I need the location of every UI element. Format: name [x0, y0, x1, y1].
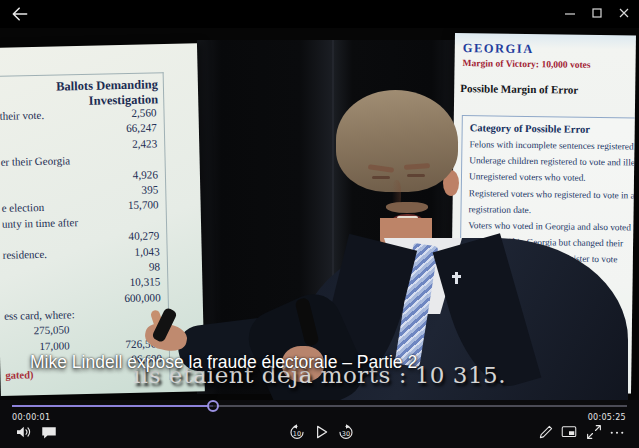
- fullscreen-arrows-icon: [585, 423, 603, 441]
- speaker-icon: [14, 423, 32, 441]
- replay-seconds-label: 10: [288, 430, 306, 438]
- subtitles-button[interactable]: [40, 423, 58, 441]
- pencil-icon: [537, 423, 555, 441]
- picture-in-picture-button[interactable]: [560, 423, 578, 441]
- pip-icon: [560, 423, 578, 441]
- ellipsis-icon: [608, 423, 626, 441]
- forward-seconds-label: 30: [337, 430, 355, 438]
- more-options-button[interactable]: [608, 423, 626, 441]
- fullscreen-button[interactable]: [585, 423, 603, 441]
- presenter-mike-lindell: [0, 28, 639, 400]
- volume-button[interactable]: [14, 423, 32, 441]
- video-player-window: Ballots Demanding Investigation their vo…: [0, 0, 639, 448]
- video-title-overlay: Mike Lindell expose la fraude électorale…: [30, 352, 417, 373]
- minimize-button[interactable]: [561, 4, 579, 22]
- play-button[interactable]: [312, 423, 330, 441]
- forward-30-button[interactable]: 30: [337, 423, 355, 441]
- progress-played[interactable]: [12, 405, 213, 407]
- edit-button[interactable]: [537, 423, 555, 441]
- close-button[interactable]: [615, 4, 633, 22]
- presenter-cross-lapel-pin: [455, 272, 458, 284]
- progress-handle[interactable]: [207, 400, 219, 412]
- minimize-icon: [564, 7, 576, 19]
- current-time: 00:00:01: [12, 413, 50, 422]
- presenter-mustache: [386, 202, 428, 213]
- video-frame[interactable]: Ballots Demanding Investigation their vo…: [0, 28, 639, 400]
- replay-10-button[interactable]: 10: [288, 423, 306, 441]
- maximize-button[interactable]: [588, 4, 606, 22]
- progress-bar[interactable]: [12, 401, 627, 411]
- back-button[interactable]: [10, 4, 30, 24]
- speech-bubble-icon: [40, 423, 58, 441]
- presenter-eye: [372, 176, 390, 179]
- maximize-icon: [591, 7, 603, 19]
- player-control-bar: 00:00:01 00:05:25 10: [0, 400, 639, 448]
- presenter-eye: [407, 174, 425, 177]
- window-titlebar: [0, 0, 639, 28]
- duration-time: 00:05:25: [588, 413, 626, 422]
- close-icon: [618, 7, 630, 19]
- play-icon: [312, 423, 330, 441]
- back-arrow-icon: [10, 4, 30, 24]
